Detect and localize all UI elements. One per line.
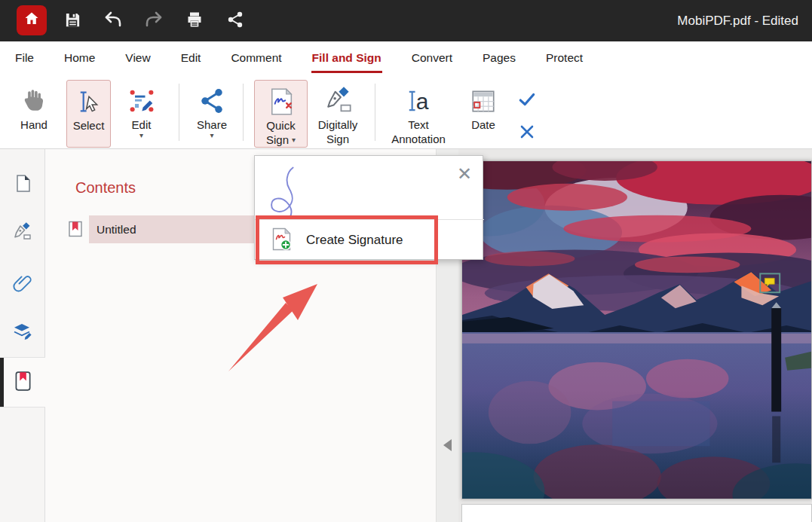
text-annotation-icon: a bbox=[403, 84, 434, 118]
edit-icon bbox=[128, 84, 155, 118]
mobipdf-window: MobiPDF.pdf - Edited File Home View Edit… bbox=[0, 0, 812, 522]
redo-button[interactable] bbox=[143, 11, 164, 32]
redo-icon bbox=[144, 10, 164, 32]
sidebar-tab-layers[interactable] bbox=[0, 312, 45, 354]
quick-sign-icon bbox=[266, 85, 296, 118]
menu-comment[interactable]: Comment bbox=[231, 41, 281, 75]
edit-tool-button[interactable]: Edit ▾ bbox=[119, 80, 164, 148]
home-icon bbox=[23, 10, 41, 31]
ribbon-separator bbox=[179, 84, 179, 141]
digitally-sign-button[interactable]: Digitally Sign bbox=[313, 80, 363, 148]
check-icon bbox=[517, 90, 537, 112]
document-page-2[interactable] bbox=[461, 504, 812, 522]
bookmark-item-icon bbox=[66, 220, 84, 238]
hand-tool-button[interactable]: Hand bbox=[12, 80, 56, 148]
digitally-sign-label-2: Sign bbox=[326, 132, 349, 146]
undo-icon bbox=[103, 10, 123, 32]
sidebar-tab-pages[interactable] bbox=[0, 163, 45, 206]
hand-label: Hand bbox=[20, 118, 47, 132]
signature-scribble-icon bbox=[265, 162, 310, 219]
share-file-button[interactable] bbox=[225, 11, 246, 32]
digitally-sign-label-1: Digitally bbox=[318, 118, 358, 132]
window-title: MobiPDF.pdf - Edited bbox=[677, 0, 798, 41]
ribbon-separator bbox=[375, 84, 375, 141]
ribbon-separator bbox=[243, 84, 244, 141]
quick-sign-label-2: Sign▾ bbox=[266, 133, 296, 147]
print-button[interactable] bbox=[184, 11, 205, 32]
create-signature-label: Create Signature bbox=[306, 233, 403, 248]
menu-home[interactable]: Home bbox=[64, 41, 95, 75]
paperclip-icon bbox=[12, 272, 33, 296]
bookmark-item-untitled[interactable]: Untitled bbox=[89, 215, 256, 243]
cancel-signature-button[interactable] bbox=[516, 123, 538, 144]
save-button[interactable] bbox=[62, 11, 83, 32]
select-label: Select bbox=[73, 118, 105, 133]
create-signature-button[interactable]: Create Signature bbox=[255, 220, 484, 261]
sidebar-tab-bookmarks[interactable] bbox=[0, 357, 45, 408]
undo-button[interactable] bbox=[103, 11, 124, 32]
share-tool-button[interactable]: Share ▾ bbox=[189, 80, 234, 148]
ribbon-toolbar: Hand Select Edit ▾ Share ▾ bbox=[0, 75, 812, 149]
contents-panel-title: Contents bbox=[75, 179, 136, 197]
sunset-lake-photo bbox=[462, 161, 811, 499]
svg-text:a: a bbox=[416, 89, 429, 114]
hand-icon bbox=[21, 84, 47, 118]
share-blue-icon bbox=[198, 84, 225, 118]
quick-sign-caret-icon: ▾ bbox=[292, 136, 296, 144]
confirm-signature-button[interactable] bbox=[516, 90, 538, 111]
create-signature-icon bbox=[271, 227, 293, 255]
quick-sign-button[interactable]: Quick Sign▾ bbox=[254, 80, 308, 148]
sidebar-tab-strip bbox=[0, 149, 45, 522]
digitally-sign-icon bbox=[323, 84, 353, 118]
menu-fill-and-sign[interactable]: Fill and Sign bbox=[312, 41, 381, 75]
text-annotation-label-1: Text bbox=[408, 118, 429, 132]
share-caret-icon: ▾ bbox=[210, 132, 213, 139]
date-label: Date bbox=[471, 118, 495, 132]
menu-convert[interactable]: Convert bbox=[412, 41, 452, 75]
menu-view[interactable]: View bbox=[125, 41, 150, 75]
menu-edit[interactable]: Edit bbox=[181, 41, 201, 75]
quick-sign-label-1: Quick bbox=[266, 118, 295, 133]
bookmark-item-label: Untitled bbox=[97, 223, 136, 237]
sidebar-tab-attachments[interactable] bbox=[0, 263, 45, 305]
home-button[interactable] bbox=[17, 5, 47, 35]
print-icon bbox=[185, 11, 204, 32]
share-label: Share bbox=[197, 118, 227, 132]
save-icon bbox=[64, 11, 81, 32]
title-bar: MobiPDF.pdf - Edited bbox=[0, 0, 812, 41]
pages-icon bbox=[12, 172, 33, 197]
sidebar-tab-digital-signatures[interactable] bbox=[0, 212, 45, 255]
edit-label: Edit bbox=[132, 118, 152, 132]
bookmark-book-icon bbox=[11, 370, 34, 395]
quick-sign-dropdown: ✕ Create Signature bbox=[254, 155, 483, 260]
document-area bbox=[458, 149, 812, 522]
select-tool-button[interactable]: Select bbox=[66, 80, 111, 148]
share-icon bbox=[226, 11, 244, 32]
text-annotation-label-2: Annotation bbox=[391, 132, 446, 146]
document-page-1[interactable] bbox=[461, 160, 812, 499]
text-annotation-button[interactable]: a Text Annotation bbox=[385, 80, 452, 148]
menu-bar: File Home View Edit Comment Fill and Sig… bbox=[0, 41, 812, 75]
collapse-panel-icon[interactable] bbox=[443, 439, 452, 451]
saved-signature-item[interactable] bbox=[255, 156, 484, 219]
x-icon bbox=[518, 123, 536, 144]
menu-pages[interactable]: Pages bbox=[483, 41, 516, 75]
menu-protect[interactable]: Protect bbox=[546, 41, 583, 75]
date-button[interactable]: Date bbox=[462, 80, 504, 148]
date-icon bbox=[469, 84, 498, 118]
menu-file[interactable]: File bbox=[15, 41, 34, 75]
close-dropdown-icon[interactable]: ✕ bbox=[457, 165, 472, 183]
select-icon bbox=[75, 85, 103, 118]
edit-caret-icon: ▾ bbox=[139, 132, 143, 139]
quick-sign-label-text: Sign bbox=[266, 133, 289, 147]
pen-nib-icon bbox=[12, 221, 33, 246]
layers-icon bbox=[12, 321, 33, 345]
